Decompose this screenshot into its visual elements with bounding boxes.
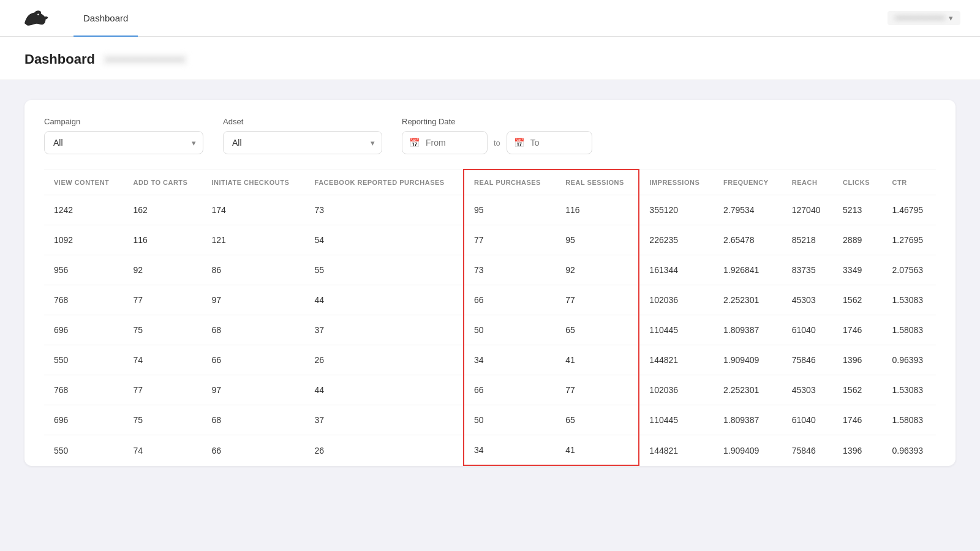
table-cell: 2.252301 [714, 285, 782, 315]
table-cell: 550 [44, 345, 124, 375]
navigation: Dashboard •••••••••••••••••• ▾ [0, 0, 980, 37]
table-cell: 2889 [833, 225, 882, 255]
date-from-wrapper: 📅 [402, 131, 488, 154]
table-cell: 74 [124, 435, 202, 466]
table-cell: 66 [202, 435, 305, 466]
table-cell: 1242 [44, 195, 124, 225]
data-table: VIEW CONTENT ADD TO CARTS INITIATE CHECK… [44, 169, 936, 466]
col-header-initiate-checkouts: INITIATE CHECKOUTS [202, 170, 305, 195]
campaign-label: Campaign [44, 117, 203, 126]
date-to-wrapper: 📅 [507, 131, 592, 154]
table-cell: 2.65478 [714, 225, 782, 255]
table-cell: 41 [556, 345, 639, 375]
table-cell: 44 [305, 285, 464, 315]
table-row: 69675683750651104451.8093876104017461.58… [44, 405, 936, 435]
table-cell: 86 [202, 255, 305, 285]
table-cell: 1.58083 [882, 405, 936, 435]
nav-right: •••••••••••••••••• ▾ [888, 11, 960, 25]
table-cell: 2.79534 [714, 195, 782, 225]
table-cell: 1.909409 [714, 345, 782, 375]
col-header-real-purchases: REAL PURCHASES [464, 170, 556, 195]
table-cell: 226235 [639, 225, 714, 255]
table-row: 124216217473951163551202.795341270405213… [44, 195, 936, 225]
table-cell: 1.46795 [882, 195, 936, 225]
svg-point-0 [37, 13, 39, 15]
table-cell: 61040 [782, 315, 833, 345]
calendar-to-icon: 📅 [514, 138, 524, 148]
logo [20, 9, 49, 28]
data-table-wrapper: VIEW CONTENT ADD TO CARTS INITIATE CHECK… [44, 169, 936, 466]
date-filter-group: Reporting Date 📅 to 📅 [402, 117, 592, 154]
col-header-impressions: IMPRESSIONS [639, 170, 714, 195]
table-cell: 73 [305, 195, 464, 225]
adset-select[interactable]: All [223, 131, 382, 154]
table-cell: 1.909409 [714, 435, 782, 466]
chevron-down-icon: ▾ [949, 13, 953, 23]
table-cell: 92 [124, 255, 202, 285]
table-cell: 1.27695 [882, 225, 936, 255]
table-cell: 77 [556, 285, 639, 315]
tab-dashboard[interactable]: Dashboard [74, 1, 138, 37]
campaign-select[interactable]: All [44, 131, 203, 154]
table-cell: 1562 [833, 375, 882, 405]
table-cell: 75846 [782, 435, 833, 466]
date-group: 📅 to 📅 [402, 131, 592, 154]
col-header-clicks: CLICKS [833, 170, 882, 195]
table-cell: 45303 [782, 375, 833, 405]
adset-label: Adset [223, 117, 382, 126]
table-cell: 1.53083 [882, 375, 936, 405]
user-menu[interactable]: •••••••••••••••••• ▾ [888, 11, 960, 25]
table-cell: 956 [44, 255, 124, 285]
page-header: Dashboard •••••••••••••••••••••••••••• [0, 37, 980, 80]
table-cell: 162 [124, 195, 202, 225]
table-cell: 61040 [782, 405, 833, 435]
table-cell: 1396 [833, 345, 882, 375]
table-cell: 550 [44, 435, 124, 466]
table-cell: 85218 [782, 225, 833, 255]
table-cell: 68 [202, 405, 305, 435]
table-cell: 768 [44, 375, 124, 405]
table-cell: 66 [464, 285, 556, 315]
page-subtitle: •••••••••••••••••••••••••••• [102, 54, 187, 66]
col-header-ctr: CTR [882, 170, 936, 195]
table-cell: 2.07563 [882, 255, 936, 285]
table-header-row: VIEW CONTENT ADD TO CARTS INITIATE CHECK… [44, 170, 936, 195]
col-header-reach: REACH [782, 170, 833, 195]
filter-card: Campaign All Adset All Reporting Dat [24, 100, 956, 466]
table-cell: 0.96393 [882, 435, 936, 466]
filter-row: Campaign All Adset All Reporting Dat [44, 117, 936, 169]
table-cell: 55 [305, 255, 464, 285]
table-cell: 1.58083 [882, 315, 936, 345]
table-cell: 174 [202, 195, 305, 225]
table-cell: 1092 [44, 225, 124, 255]
page-title: Dashboard [24, 51, 95, 67]
col-header-fb-purchases: FACEBOOK REPORTED PURCHASES [305, 170, 464, 195]
table-cell: 54 [305, 225, 464, 255]
table-cell: 50 [464, 405, 556, 435]
table-cell: 0.96393 [882, 345, 936, 375]
table-cell: 74 [124, 345, 202, 375]
table-cell: 102036 [639, 285, 714, 315]
table-cell: 45303 [782, 285, 833, 315]
table-cell: 1.809387 [714, 315, 782, 345]
col-header-add-to-carts: ADD TO CARTS [124, 170, 202, 195]
table-cell: 696 [44, 315, 124, 345]
campaign-select-wrapper: All [44, 131, 203, 154]
table-cell: 2.252301 [714, 375, 782, 405]
table-row: 95692865573921613441.9268418373533492.07… [44, 255, 936, 285]
table-cell: 161344 [639, 255, 714, 285]
table-cell: 355120 [639, 195, 714, 225]
col-header-real-sessions: REAL SESSIONS [556, 170, 639, 195]
table-cell: 65 [556, 315, 639, 345]
table-row: 55074662634411448211.9094097584613960.96… [44, 345, 936, 375]
table-cell: 77 [556, 375, 639, 405]
table-cell: 66 [464, 375, 556, 405]
table-cell: 34 [464, 435, 556, 466]
table-cell: 110445 [639, 315, 714, 345]
table-cell: 77 [124, 285, 202, 315]
table-cell: 97 [202, 375, 305, 405]
table-cell: 1746 [833, 405, 882, 435]
table-cell: 34 [464, 345, 556, 375]
table-cell: 44 [305, 375, 464, 405]
col-header-view-content: VIEW CONTENT [44, 170, 124, 195]
